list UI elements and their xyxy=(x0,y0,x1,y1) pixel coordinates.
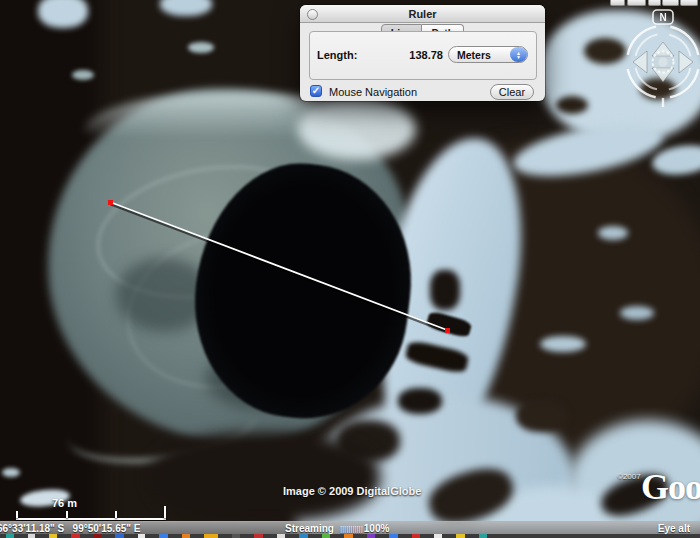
taskbar-icon xyxy=(412,534,420,538)
navigation-compass[interactable]: N xyxy=(620,8,700,108)
google-earth-viewport[interactable]: N Ruler Line Path Length: 138.78 Meters … xyxy=(0,0,700,538)
taskbar-icon xyxy=(115,534,124,538)
unit-dropdown[interactable]: Meters ▲ ▼ xyxy=(448,46,528,63)
pointer-coordinates: 66°33'11.18" S 99°50'15.65" E xyxy=(0,523,140,534)
scale-bar-tick xyxy=(164,506,166,518)
ice-rim-highlight xyxy=(298,98,416,160)
taskbar-icon xyxy=(94,534,101,538)
snow-streak xyxy=(540,336,586,352)
snow-patch xyxy=(38,0,88,28)
clear-button[interactable]: Clear xyxy=(490,84,534,100)
stepper-down-icon: ▼ xyxy=(516,55,521,59)
snow-patch xyxy=(2,468,20,477)
scale-bar-tick xyxy=(115,511,117,518)
streaming-label: Streaming xyxy=(285,523,334,534)
scale-bar-tick xyxy=(16,511,18,518)
taskbar-icon xyxy=(6,534,14,538)
mouse-navigation-label: Mouse Navigation xyxy=(329,86,417,98)
google-logo: Google xyxy=(641,466,700,508)
taskbar-icon xyxy=(389,534,398,538)
taskbar-icon xyxy=(159,534,168,538)
scale-bar: 76 m xyxy=(0,497,175,523)
taskbar-icon xyxy=(299,534,308,538)
snow-streak xyxy=(620,306,654,320)
scale-bar-label: 76 m xyxy=(52,497,77,509)
rock-patch xyxy=(398,388,442,414)
north-label: N xyxy=(659,12,666,23)
mouse-navigation-checkbox[interactable]: ✓ xyxy=(310,85,322,97)
taskbar-icon xyxy=(277,534,285,538)
scale-bar-line xyxy=(16,518,166,520)
terrain-feature xyxy=(150,432,380,522)
dropdown-stepper-icon: ▲ ▼ xyxy=(510,47,527,62)
eye-alt-label: Eye alt xyxy=(658,523,690,534)
unit-selected-value: Meters xyxy=(449,49,491,61)
dialog-titlebar[interactable]: Ruler xyxy=(300,5,545,23)
taskbar-edge-fragment xyxy=(0,534,700,538)
rock-patch xyxy=(556,96,588,114)
taskbar-icon xyxy=(367,534,375,538)
length-value: 138.78 xyxy=(390,49,443,61)
taskbar-icon xyxy=(254,534,263,538)
scale-bar-tick xyxy=(66,511,68,518)
taskbar-icon xyxy=(344,534,353,538)
taskbar-icon xyxy=(232,534,240,538)
taskbar-icon xyxy=(434,534,442,538)
streaming-status: Streaming ||||||||||| 100% xyxy=(285,523,389,534)
close-icon[interactable] xyxy=(307,9,318,20)
rock-patch xyxy=(430,270,460,310)
imagery-credit: Image © 2009 DigitalGlobe xyxy=(283,485,421,497)
taskbar-icon xyxy=(204,534,218,538)
taskbar-icon xyxy=(49,534,57,538)
length-label: Length: xyxy=(317,49,357,61)
taskbar-icon xyxy=(456,534,465,538)
taskbar-icon xyxy=(322,534,330,538)
snow-streak xyxy=(598,226,628,240)
taskbar-icon xyxy=(479,534,487,538)
taskbar-icon xyxy=(182,534,190,538)
taskbar-icon xyxy=(71,534,80,538)
snow-patch xyxy=(188,42,214,53)
streaming-progress-icon: ||||||||||| xyxy=(340,524,363,533)
compass-center-dot[interactable] xyxy=(659,58,668,67)
streaming-percent: 100% xyxy=(364,523,390,534)
snow-streak xyxy=(650,142,700,178)
taskbar-icon xyxy=(138,534,145,538)
rock-patch xyxy=(516,400,568,432)
status-bar: 66°33'11.18" S 99°50'15.65" E Streaming … xyxy=(0,521,700,534)
taskbar-icon xyxy=(28,534,35,538)
logo-copyright: ©2007 xyxy=(617,472,641,481)
dialog-title: Ruler xyxy=(408,8,436,20)
ruler-dialog[interactable]: Ruler Line Path Length: 138.78 Meters ▲ … xyxy=(300,5,545,101)
snow-patch xyxy=(160,0,212,16)
snow-patch xyxy=(72,70,94,80)
checkbox-check-icon: ✓ xyxy=(312,85,320,96)
